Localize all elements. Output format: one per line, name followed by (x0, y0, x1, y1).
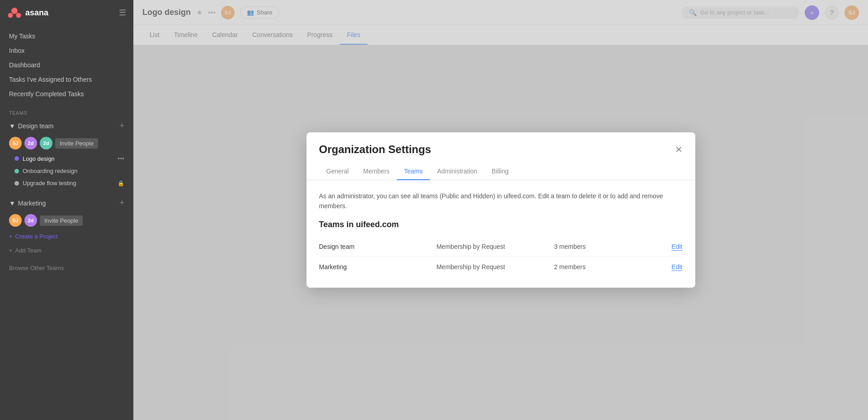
organization-settings-modal: Organization Settings ✕ General Members … (307, 132, 695, 288)
invite-people-marketing-btn[interactable]: Invite People (40, 215, 83, 226)
browse-other-teams-link[interactable]: Browse Other Teams (0, 261, 133, 275)
sidebar-item-assigned-others[interactable]: Tasks I've Assigned to Others (0, 72, 133, 87)
teams-table: Design team Membership by Request 3 memb… (319, 237, 683, 277)
team-members-count-marketing: 2 members (554, 263, 671, 271)
team-membership-design: Membership by Request (436, 243, 554, 250)
project-options-icon[interactable]: ••• (118, 155, 124, 162)
create-project-btn[interactable]: + Create a Project (0, 229, 133, 243)
asana-logo-text: asana (25, 8, 48, 18)
team-members-count-design: 3 members (554, 243, 671, 250)
avatar-sj-marketing: SJ (9, 214, 22, 227)
modal-tab-teams[interactable]: Teams (397, 163, 430, 180)
project-dot-upgrade-flow (14, 181, 19, 186)
sidebar: asana ☰ My Tasks Inbox Dashboard Tasks I… (0, 0, 133, 420)
add-team-btn[interactable]: + Add Team (0, 243, 133, 257)
team-edit-design-link[interactable]: Edit (671, 243, 682, 250)
svg-point-2 (16, 13, 21, 18)
modal-tab-members[interactable]: Members (356, 163, 396, 180)
modal-header: Organization Settings ✕ (307, 132, 695, 156)
avatar-2d-teal-design: 2d (40, 137, 52, 149)
modal-description: As an administrator, you can see all tea… (319, 191, 683, 211)
modal-tab-general[interactable]: General (319, 163, 356, 180)
main-content-area: Logo design ★ ••• SJ 👥 Share 🔍 Go to any… (133, 0, 868, 420)
table-row: Marketing Membership by Request 2 member… (319, 257, 683, 277)
design-team-members-row: SJ 2d 2d Invite People (0, 134, 133, 152)
table-row: Design team Membership by Request 3 memb… (319, 237, 683, 257)
project-dot-logo-design (14, 156, 19, 161)
modal-overlay[interactable]: Organization Settings ✕ General Members … (133, 0, 868, 420)
modal-close-button[interactable]: ✕ (675, 144, 683, 155)
modal-tabs: General Members Teams Administration Bil… (307, 163, 695, 180)
add-marketing-team-member-icon[interactable]: + (119, 198, 124, 207)
marketing-team-label: Marketing (18, 200, 46, 207)
team-membership-marketing: Membership by Request (436, 263, 554, 271)
modal-body: As an administrator, you can see all tea… (307, 180, 695, 288)
asana-logo-icon (7, 5, 22, 20)
chevron-down-icon: ▼ (9, 122, 15, 130)
sidebar-project-logo-design[interactable]: Logo design ••• (0, 152, 133, 165)
asana-logo: asana (7, 5, 48, 20)
modal-title: Organization Settings (319, 143, 431, 156)
design-team-label: Design team (18, 122, 54, 130)
sidebar-nav: My Tasks Inbox Dashboard Tasks I've Assi… (0, 25, 133, 105)
avatar-2d-purple-design: 2d (24, 137, 37, 149)
sidebar-team-design[interactable]: ▼ Design team + (0, 117, 133, 134)
team-name-design: Design team (319, 243, 437, 250)
add-team-plus-icon: + (9, 247, 13, 254)
sidebar-header: asana ☰ (0, 0, 133, 25)
modal-tab-billing[interactable]: Billing (485, 163, 516, 180)
teams-section-label: Teams (0, 105, 133, 117)
invite-people-design-btn[interactable]: Invite People (55, 138, 98, 149)
add-team-member-icon[interactable]: + (119, 121, 124, 130)
avatar-sj-design: SJ (9, 137, 22, 149)
avatar-2d-purple-marketing: 2d (24, 214, 37, 227)
lock-icon: 🔒 (118, 180, 124, 187)
project-dot-onboarding (14, 169, 19, 173)
sidebar-item-recently-completed[interactable]: Recently Completed Tasks (0, 87, 133, 101)
sidebar-team-marketing[interactable]: ▼ Marketing + (0, 195, 133, 211)
sidebar-project-onboarding[interactable]: Onboarding redesign (0, 165, 133, 177)
plus-icon: + (9, 233, 13, 240)
svg-point-0 (11, 8, 18, 14)
sidebar-toggle-icon[interactable]: ☰ (119, 8, 126, 18)
team-name-marketing: Marketing (319, 263, 437, 271)
team-edit-marketing-link[interactable]: Edit (671, 263, 682, 271)
sidebar-project-upgrade-flow[interactable]: Upgrade flow testing 🔒 (0, 177, 133, 189)
teams-in-org-title: Teams in uifeed.com (319, 220, 683, 229)
modal-tab-administration[interactable]: Administration (430, 163, 485, 180)
sidebar-item-my-tasks[interactable]: My Tasks (0, 29, 133, 43)
sidebar-item-dashboard[interactable]: Dashboard (0, 58, 133, 72)
marketing-team-members-row: SJ 2d Invite People (0, 211, 133, 229)
chevron-down-icon-marketing: ▼ (9, 200, 15, 207)
sidebar-item-inbox[interactable]: Inbox (0, 43, 133, 58)
svg-point-1 (8, 13, 13, 18)
